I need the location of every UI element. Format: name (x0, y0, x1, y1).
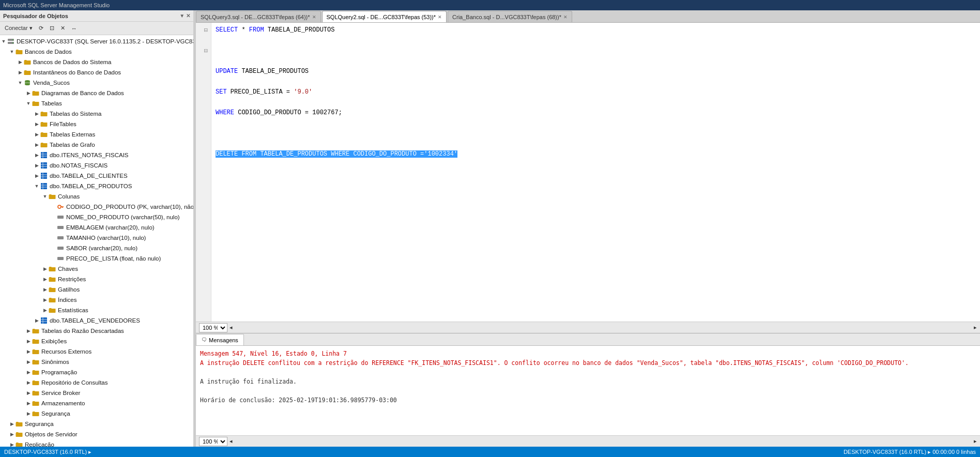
expand-tabelas_sistema[interactable]: ▶ (33, 110, 40, 117)
collapse-bancos[interactable]: ▼ (8, 48, 16, 55)
tab-close-tab1[interactable]: ✕ (312, 14, 316, 20)
expand-sinonimos[interactable]: ▶ (25, 358, 32, 365)
expand-chaves[interactable]: ▶ (41, 265, 49, 272)
expand-itens_notas[interactable]: ▶ (33, 151, 40, 159)
expand-objetos_servidor[interactable]: ▶ (8, 431, 16, 438)
tree-item-col_tamanho[interactable]: TAMANHO (varchar(10), nulo) (0, 233, 193, 243)
tree-item-repositorio[interactable]: ▶Repositório de Consultas (0, 377, 193, 388)
tree-item-estatisticas[interactable]: ▶Estatísticas (0, 305, 193, 315)
tree-label-tabelas_razao: Tabelas do Razão Descartadas (41, 326, 124, 336)
tree-item-col_embalagem[interactable]: EMBALAGEM (varchar(20), nulo) (0, 222, 193, 233)
expand-indices[interactable]: ▶ (41, 296, 49, 303)
filter-button[interactable]: ⊡ (47, 23, 57, 33)
tab-tab1[interactable]: SQLQuery3.sql - DE...GC833T\fepas (64))*… (196, 11, 321, 22)
tree-item-tabela_produtos[interactable]: ▼dbo.TABELA_DE_PRODUTOS (0, 181, 193, 191)
expand-instantaneos[interactable]: ▶ (17, 69, 24, 76)
connect-button[interactable]: Conectar ▾ (2, 23, 35, 33)
expand-armazenamento[interactable]: ▶ (25, 400, 32, 407)
tree-item-sinonimos[interactable]: ▶Sinônimos (0, 357, 193, 367)
tree-item-diagramas[interactable]: ▶Diagramas de Banco de Dados (0, 88, 193, 98)
tree-item-tabelas_sistema[interactable]: ▶Tabelas do Sistema (0, 109, 193, 119)
expand-tabela_clientes[interactable]: ▶ (33, 172, 40, 179)
tree-item-armazenamento[interactable]: ▶Armazenamento (0, 398, 193, 408)
tree-item-itens_notas[interactable]: ▶dbo.ITENS_NOTAS_FISCAIS (0, 150, 193, 160)
refresh-button[interactable]: ⟳ (36, 23, 46, 33)
tree-item-colunas[interactable]: ▼Colunas (0, 191, 193, 202)
tree-item-replicacao[interactable]: ▶Replicação (0, 439, 193, 447)
tree-item-restricoes[interactable]: ▶Restrições (0, 274, 193, 284)
folder-icon-sinonimos (32, 358, 40, 366)
tree-item-programacao[interactable]: ▶Programação (0, 367, 193, 377)
collapse-venda_sucos[interactable]: ▼ (17, 79, 24, 86)
tree-item-bancos[interactable]: ▼Bancos de Dados (0, 47, 193, 57)
expand-sistema[interactable]: ▶ (17, 58, 24, 66)
expand-programacao[interactable]: ▶ (25, 369, 32, 376)
tree-item-col_sabor[interactable]: SABOR (varchar(20), nulo) (0, 243, 193, 253)
expand-seguranca[interactable]: ▶ (8, 420, 16, 428)
messages-zoom-select[interactable]: 100 % 75 % (199, 437, 227, 446)
svg-point-2 (12, 39, 13, 40)
expand-repositorio[interactable]: ▶ (25, 379, 32, 386)
expand-tabelas_razao[interactable]: ▶ (25, 327, 32, 334)
tree-item-tabelas[interactable]: ▼Tabelas (0, 98, 193, 109)
expand-tabela_vendedores[interactable]: ▶ (33, 317, 40, 324)
tree-item-indices[interactable]: ▶Índices (0, 295, 193, 305)
sql-editor[interactable]: SELECT * FROM TABELA_DE_PRODUTOS UPDATE … (211, 23, 980, 322)
expand-seguranca_db[interactable]: ▶ (25, 410, 32, 417)
messages-tab[interactable]: 🗨 Mensagens (196, 334, 244, 345)
tree-item-tabelas_externas[interactable]: ▶Tabelas Externas (0, 129, 193, 140)
tree-item-filetables[interactable]: ▶FileTables (0, 119, 193, 129)
collapse-server[interactable]: ▼ (0, 38, 7, 45)
editor-zoom-select[interactable]: 100 % 75 % 125 % (199, 323, 227, 332)
tab-close-tab3[interactable]: ✕ (563, 14, 568, 20)
stop-button[interactable]: ✕ (58, 23, 68, 33)
col-icon-col_preco (57, 254, 65, 263)
tree-item-tabelas_grafo[interactable]: ▶Tabelas de Grafo (0, 140, 193, 150)
expand-tabelas_grafo[interactable]: ▶ (33, 141, 40, 148)
tree-label-service_broker: Service Broker (41, 388, 80, 398)
expand-exibicoes[interactable]: ▶ (25, 338, 32, 345)
tree-item-tabela_vendedores[interactable]: ▶dbo.TABELA_DE_VENDEDORES (0, 315, 193, 326)
tree-item-objetos_servidor[interactable]: ▶Objetos de Servidor (0, 429, 193, 439)
tree-item-col_nome[interactable]: NOME_DO_PRODUTO (varchar(50), nulo) (0, 212, 193, 222)
tree-item-seguranca[interactable]: ▶Segurança (0, 419, 193, 429)
tree-label-tabelas_grafo: Tabelas de Grafo (50, 140, 95, 149)
tree-item-service_broker[interactable]: ▶Service Broker (0, 388, 193, 398)
expand-replicacao[interactable]: ▶ (8, 441, 16, 447)
tree-item-col_preco[interactable]: PRECO_DE_LISTA (float, não nulo) (0, 253, 193, 264)
folder-icon-colunas (49, 192, 57, 201)
tree-item-sistema[interactable]: ▶Bancos de Dados do Sistema (0, 57, 193, 67)
expand-filetables[interactable]: ▶ (33, 120, 40, 128)
tree-item-chaves[interactable]: ▶Chaves (0, 264, 193, 274)
collapse-tabela_produtos[interactable]: ▼ (33, 182, 40, 190)
expand-restricoes[interactable]: ▶ (41, 276, 49, 283)
expand-estatisticas[interactable]: ▶ (41, 307, 49, 314)
svg-rect-27 (57, 226, 64, 229)
sync-button[interactable]: ↔ (69, 24, 80, 33)
expand-tabelas_externas[interactable]: ▶ (33, 131, 40, 138)
tree-item-exibicoes[interactable]: ▶Exibições (0, 336, 193, 346)
tree-item-seguranca_db[interactable]: ▶Segurança (0, 408, 193, 419)
tree-item-instantaneos[interactable]: ▶Instantâneos do Banco de Dados (0, 67, 193, 78)
expand-recursos[interactable]: ▶ (25, 348, 32, 355)
collapse-tabelas[interactable]: ▼ (25, 100, 32, 107)
tree-container[interactable]: ▼DESKTOP-VGC833T (SQL Server 16.0.1135.2… (0, 35, 193, 447)
expand-gatilhos[interactable]: ▶ (41, 286, 49, 293)
tab-tab3[interactable]: Cria_Banco.sql - D...VGC833T\fepas (68))… (448, 11, 572, 22)
tree-item-recursos[interactable]: ▶Recursos Externos (0, 346, 193, 357)
expand-diagramas[interactable]: ▶ (25, 89, 32, 97)
tree-item-tabelas_razao[interactable]: ▶Tabelas do Razão Descartadas (0, 326, 193, 336)
tree-item-gatilhos[interactable]: ▶Gatilhos (0, 284, 193, 295)
tab-tab2[interactable]: SQLQuery2.sql - DE...GC833T\fepas (53))*… (322, 11, 447, 22)
tree-item-notas_fiscais[interactable]: ▶dbo.NOTAS_FISCAIS (0, 160, 193, 171)
tree-item-col_codigo[interactable]: CODIGO_DO_PRODUTO (PK, varchar(10), não … (0, 202, 193, 212)
tree-item-server[interactable]: ▼DESKTOP-VGC833T (SQL Server 16.0.1135.2… (0, 36, 193, 47)
tree-item-venda_sucos[interactable]: ▼Venda_Sucos (0, 78, 193, 88)
messages-tab-label: Mensagens (209, 337, 238, 343)
collapse-colunas[interactable]: ▼ (41, 193, 49, 200)
tab-close-tab2[interactable]: ✕ (438, 14, 442, 20)
expand-notas_fiscais[interactable]: ▶ (33, 162, 40, 169)
expand-service_broker[interactable]: ▶ (25, 389, 32, 397)
timestamp: Horário de conclusão: 2025-02-19T19:01:3… (200, 395, 976, 405)
tree-item-tabela_clientes[interactable]: ▶dbo.TABELA_DE_CLIENTES (0, 171, 193, 181)
